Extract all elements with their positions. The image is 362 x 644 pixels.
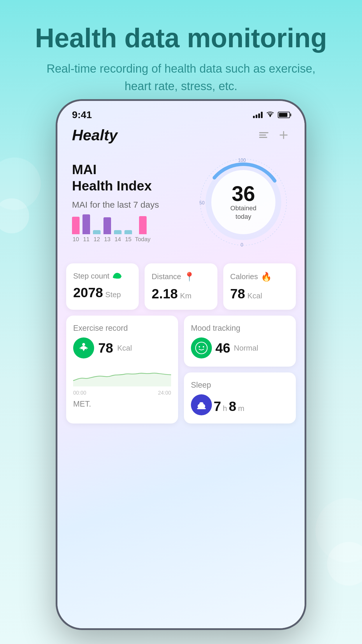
shoe-icon: [112, 272, 122, 281]
exercise-record-title: Exercise record: [73, 324, 171, 333]
wifi-icon: [266, 111, 274, 119]
exercise-value: 78: [98, 340, 113, 356]
sleep-title: Sleep: [191, 381, 289, 390]
exercise-mini-chart: 00:00 24:00: [73, 361, 171, 396]
bar-chart-item: 10: [72, 217, 80, 243]
bar-chart-item: 11: [82, 214, 90, 243]
step-count-value: 2078: [73, 285, 103, 300]
svg-text:50: 50: [199, 200, 205, 205]
calories-value: 78: [230, 286, 245, 302]
fire-icon: 🔥: [261, 272, 272, 282]
exercise-icon: [73, 337, 94, 358]
phone-mockup: 9:41: [56, 99, 306, 630]
mood-value: 46: [215, 340, 230, 356]
phone-screen: 9:41: [57, 101, 305, 628]
distance-card[interactable]: Distance 📍 2.18 Km: [145, 263, 217, 310]
health-gauge: 100 50 0 36: [197, 155, 290, 249]
exercise-unit: Kcal: [117, 344, 132, 353]
status-icons: [253, 111, 290, 119]
svg-rect-2: [259, 134, 266, 136]
calories-card[interactable]: Calories 🔥 78 Kcal: [223, 263, 296, 310]
header-buttons: [257, 129, 290, 141]
step-count-label: Step count: [73, 272, 109, 281]
signal-icon: [253, 112, 263, 118]
sleep-minutes: 8: [229, 398, 236, 414]
gauge-label: Obtained today: [230, 204, 256, 221]
distance-value: 2.18: [152, 286, 178, 302]
svg-point-15: [199, 346, 200, 348]
plus-icon[interactable]: [277, 129, 290, 141]
sleep-card[interactable]: Sleep 7 h: [184, 372, 296, 424]
health-index-left: MAI Health Index MAI for the last 7 days…: [72, 162, 197, 242]
bar-chart-item: 12: [93, 230, 101, 243]
svg-rect-1: [259, 132, 268, 133]
svg-rect-3: [259, 137, 267, 138]
app-name: Healty: [72, 126, 117, 144]
bar-chart-item: 13: [103, 217, 111, 243]
page-title: Health data monitoring: [23, 23, 339, 53]
distance-label: Distance: [152, 272, 181, 281]
exercise-sub-label: MET.: [73, 400, 171, 409]
chart-end-label: 24:00: [158, 390, 171, 396]
gauge-center: 36 Obtained today: [230, 183, 256, 221]
svg-point-14: [196, 342, 207, 354]
mood-tracking-title: Mood tracking: [191, 324, 289, 333]
svg-point-13: [82, 343, 85, 346]
svg-text:100: 100: [238, 158, 246, 163]
cards-grid: Exercise record: [66, 316, 296, 424]
calories-unit: Kcal: [247, 291, 262, 300]
sleep-icon: [191, 394, 212, 415]
svg-point-16: [203, 346, 204, 348]
status-bar: 9:41: [57, 101, 305, 123]
mood-status: Normal: [234, 344, 258, 353]
main-content: MAI Health Index MAI for the last 7 days…: [57, 150, 305, 628]
phone-inner: 9:41: [57, 101, 305, 628]
menu-icon[interactable]: [257, 129, 270, 141]
phone-frame: 9:41: [56, 99, 306, 630]
battery-icon: [278, 112, 290, 118]
calories-header: Calories 🔥: [230, 272, 289, 282]
distance-unit: Km: [180, 291, 191, 300]
mood-icon: [191, 337, 212, 358]
sleep-hours: 7: [214, 398, 221, 414]
step-count-card[interactable]: Step count 2078 Step: [66, 263, 139, 310]
stats-row: Step count 2078 Step: [66, 263, 296, 310]
svg-rect-19: [197, 408, 206, 409]
page-subtitle: Real-time recording of health data such …: [23, 60, 339, 95]
bar-chart: 101112131415Today: [72, 214, 197, 243]
location-pin-icon: 📍: [184, 272, 195, 282]
calories-label: Calories: [230, 272, 258, 281]
svg-point-0: [270, 116, 271, 117]
bar-chart-item: 15: [124, 230, 132, 243]
step-count-unit: Step: [105, 290, 121, 299]
bar-chart-item: Today: [135, 216, 150, 243]
svg-rect-18: [199, 402, 203, 405]
mood-tracking-card[interactable]: Mood tracking: [184, 316, 296, 367]
header-section: Health data monitoring Real-time recordi…: [0, 0, 362, 106]
bar-chart-item: 14: [114, 230, 122, 243]
step-count-header: Step count: [73, 272, 132, 281]
app-header: Healty: [57, 123, 305, 150]
gauge-value: 36: [230, 183, 256, 204]
mai-subtitle: MAI for the last 7 days: [72, 200, 197, 210]
distance-header: Distance 📍: [152, 272, 210, 282]
sleep-hours-unit: h: [223, 404, 227, 413]
svg-text:0: 0: [241, 242, 243, 247]
health-index-section: MAI Health Index MAI for the last 7 days…: [66, 150, 296, 255]
status-time: 9:41: [72, 109, 92, 120]
sleep-minutes-unit: m: [238, 404, 245, 413]
health-index-title: MAI Health Index: [72, 162, 197, 194]
exercise-record-card[interactable]: Exercise record: [66, 316, 178, 424]
chart-start-label: 00:00: [73, 390, 86, 396]
